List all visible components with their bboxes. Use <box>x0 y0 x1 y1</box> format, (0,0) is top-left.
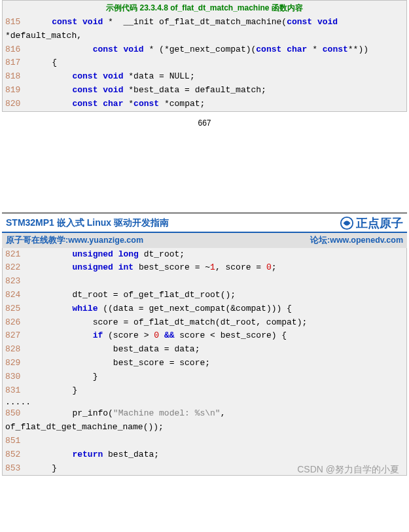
line-number: 820 <box>5 98 31 111</box>
line-number: 829 <box>5 357 31 370</box>
line-number: 823 <box>5 275 31 289</box>
header-row-2: 原子哥在线教学:www.yuanzige.com 论坛:www.openedv.… <box>2 233 407 248</box>
code-line: *default_match, <box>3 29 406 43</box>
brand-logo: 正点原子 <box>340 215 403 231</box>
code-text: score = of_flat_dt_match(dt_root, compat… <box>31 317 307 327</box>
code-text: best_score = score; <box>31 358 210 368</box>
line-number: 831 <box>5 384 31 398</box>
code-line: 820 const char *const *compat; <box>3 98 406 111</box>
code-title: 示例代码 23.3.4.8 of_flat_dt_match_machine 函… <box>3 1 406 16</box>
code-text: const void * (*get_next_compat)(const ch… <box>31 44 368 54</box>
code-block-top: 示例代码 23.3.4.8 of_flat_dt_match_machine 函… <box>2 0 407 112</box>
code-line: 821 unsigned long dt_root; <box>3 248 406 262</box>
code-text: return best_data; <box>31 450 159 459</box>
code-text: dt_root = of_get_flat_dt_root(); <box>31 290 236 300</box>
code-line: 824 dt_root = of_get_flat_dt_root(); <box>3 289 406 302</box>
line-number: 819 <box>5 84 31 98</box>
line-number: 824 <box>5 289 31 302</box>
line-number: 825 <box>5 302 31 316</box>
code-line: 817 { <box>3 56 406 70</box>
code-lines-top: 815 const void * __init of_flat_dt_match… <box>3 16 406 111</box>
line-number: 816 <box>5 43 31 57</box>
brand-mark-icon <box>340 216 354 230</box>
code-text: of_flat_dt_get_machine_name()); <box>5 422 164 432</box>
code-line: 828 best_data = data; <box>3 343 406 357</box>
code-text: } <box>31 385 77 395</box>
code-text: const char *const *compat; <box>31 99 205 109</box>
code-line: 819 const void *best_data = default_matc… <box>3 84 406 98</box>
line-number: 826 <box>5 316 31 330</box>
code-text: if (score > 0 && score < best_score) { <box>31 330 287 340</box>
line-number: 830 <box>5 370 31 384</box>
code-text: best_data = data; <box>31 344 200 354</box>
code-line: 818 const void *data = NULL; <box>3 70 406 84</box>
code-line: 827 if (score > 0 && score < best_score)… <box>3 329 406 343</box>
code-text: const void * __init of_flat_dt_match_mac… <box>31 17 338 27</box>
code-line: 816 const void * (*get_next_compat)(cons… <box>3 43 406 57</box>
code-line: 822 unsigned int best_score = ~1, score … <box>3 261 406 275</box>
code-line: 826 score = of_flat_dt_match(dt_root, co… <box>3 316 406 330</box>
code-line: 830 } <box>3 370 406 384</box>
code-text: while ((data = get_next_compat(&compat))… <box>31 304 292 313</box>
line-number: 822 <box>5 261 31 275</box>
code-line: 825 while ((data = get_next_compat(&comp… <box>3 302 406 316</box>
code-line: 815 const void * __init of_flat_dt_match… <box>3 16 406 29</box>
code-line: 831 } <box>3 384 406 398</box>
brand-text: 正点原子 <box>356 215 403 231</box>
code-text: pr_info("Machine model: %s\n", <box>31 408 225 418</box>
code-text: const void *best_data = default_match; <box>31 85 266 95</box>
code-line: 851 <box>3 434 406 448</box>
doc-title: STM32MP1 嵌入式 Linux 驱动开发指南 <box>6 217 169 229</box>
document-header: STM32MP1 嵌入式 Linux 驱动开发指南 正点原子 原子哥在线教学:w… <box>2 213 407 248</box>
line-number: 817 <box>5 56 31 70</box>
line-number: 827 <box>5 329 31 343</box>
code-line: 853 } <box>3 462 406 476</box>
code-text: { <box>31 58 57 67</box>
code-text: } <box>31 372 98 381</box>
line-number: 821 <box>5 248 31 262</box>
line-number: 853 <box>5 462 31 476</box>
code-lines-bottom-1: 821 unsigned long dt_root;822 unsigned i… <box>3 248 406 398</box>
code-text: unsigned long dt_root; <box>31 249 185 259</box>
header-left-link: 原子哥在线教学:www.yuanzige.com <box>6 235 143 246</box>
line-number: 850 <box>5 407 31 421</box>
header-row-1: STM32MP1 嵌入式 Linux 驱动开发指南 正点原子 <box>2 214 407 233</box>
code-text: } <box>31 463 57 473</box>
line-number: 852 <box>5 448 31 462</box>
header-right-link: 论坛:www.openedv.com <box>310 235 403 246</box>
line-number: 851 <box>5 434 31 448</box>
code-line: 852 return best_data; <box>3 448 406 462</box>
code-ellipsis: ..... <box>3 397 406 407</box>
code-line: 829 best_score = score; <box>3 357 406 370</box>
page-number: 667 <box>0 112 409 141</box>
line-number: 815 <box>5 16 31 29</box>
code-line: 823 <box>3 275 406 289</box>
page-gap <box>0 141 409 213</box>
code-text: *default_match, <box>5 31 82 41</box>
code-text: const void *data = NULL; <box>31 71 195 81</box>
code-line: 850 pr_info("Machine model: %s\n", <box>3 407 406 421</box>
code-lines-bottom-2: 850 pr_info("Machine model: %s\n",of_fla… <box>3 407 406 475</box>
code-line: of_flat_dt_get_machine_name()); <box>3 421 406 434</box>
code-block-bottom: 821 unsigned long dt_root;822 unsigned i… <box>2 248 407 476</box>
code-text: unsigned int best_score = ~1, score = 0; <box>31 262 277 272</box>
line-number: 818 <box>5 70 31 84</box>
line-number: 828 <box>5 343 31 357</box>
